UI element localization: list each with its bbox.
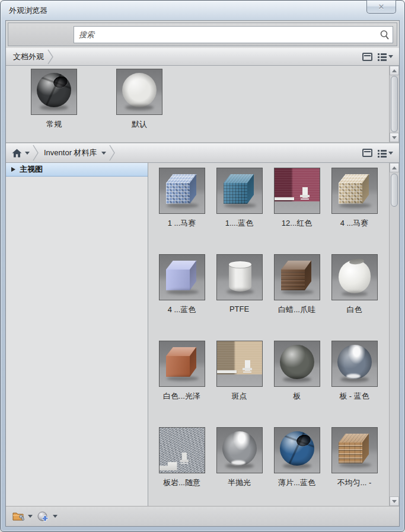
- search-input[interactable]: [74, 27, 393, 43]
- doc-panel-scrollbar[interactable]: [389, 66, 399, 142]
- breadcrumb-chevron-icon: [109, 145, 116, 161]
- material-label: 常规: [46, 119, 62, 130]
- material-label: 板 - 蓝色: [339, 391, 369, 402]
- material-tile[interactable]: 4 ...马赛: [328, 168, 381, 229]
- material-tile[interactable]: 4 ...蓝色: [155, 254, 209, 315]
- material-tile[interactable]: 半抛光: [213, 427, 266, 488]
- breadcrumb-chevron-icon: [33, 145, 39, 161]
- arrow-up-icon: [392, 166, 397, 169]
- material-tile[interactable]: 白蜡...爪哇: [270, 254, 324, 315]
- material-label: 1 ...马赛: [168, 218, 196, 229]
- material-tile[interactable]: 1....蓝色: [213, 168, 266, 229]
- material-label: 板: [293, 391, 301, 402]
- document-appearances-panel: 常规 默认: [6, 66, 399, 143]
- expand-arrow-icon[interactable]: [11, 167, 15, 172]
- scroll-down-button[interactable]: [390, 496, 399, 506]
- material-tile[interactable]: 薄片...蓝色: [270, 427, 324, 488]
- tree-item-main-view[interactable]: 主视图: [6, 163, 148, 177]
- material-tile[interactable]: 默认: [113, 69, 166, 130]
- materials-scrollbar[interactable]: [389, 163, 399, 506]
- view-options-button[interactable]: [378, 53, 393, 60]
- material-tile[interactable]: 12...红色: [270, 168, 324, 229]
- material-label: 半抛光: [228, 477, 251, 488]
- material-tile[interactable]: 板 - 蓝色: [328, 341, 381, 402]
- material-label: 12...红色: [282, 218, 312, 229]
- footer-toolbar: [6, 506, 399, 526]
- material-tile[interactable]: 常规: [27, 69, 81, 130]
- window-content: 文档外观 常规 默认: [5, 20, 400, 527]
- arrow-up-icon: [392, 69, 397, 72]
- chevron-down-icon: [388, 55, 393, 58]
- preview-pane-icon[interactable]: [362, 53, 372, 61]
- scroll-thumb[interactable]: [391, 76, 398, 132]
- library-tree-panel: 主视图: [6, 163, 148, 506]
- material-thumbnail: [274, 254, 320, 300]
- chevron-down-icon: [53, 515, 58, 518]
- chevron-down-icon: [28, 515, 33, 518]
- material-label: 板岩...随意: [163, 477, 200, 488]
- material-thumbnail: [159, 254, 205, 300]
- material-tile[interactable]: 不均匀... -: [328, 427, 381, 488]
- material-label: 1....蓝色: [225, 218, 254, 229]
- list-view-icon: [378, 149, 387, 157]
- library-folder-icon: [12, 511, 25, 521]
- material-thumbnail: [216, 341, 263, 387]
- library-main: 主视图 1 ...马赛 1....蓝色 12...红色 4 ...马赛: [6, 163, 399, 506]
- material-tile[interactable]: PTFE: [213, 254, 266, 315]
- scroll-thumb[interactable]: [391, 174, 398, 207]
- scroll-up-button[interactable]: [390, 66, 399, 75]
- material-thumbnail: [331, 427, 378, 473]
- add-appearance-button[interactable]: [36, 510, 59, 523]
- material-tile[interactable]: 白色...光泽: [155, 341, 209, 402]
- search-icon[interactable]: [380, 30, 390, 40]
- material-tile[interactable]: 板: [270, 341, 324, 402]
- material-tile[interactable]: 白色: [328, 254, 381, 315]
- scroll-up-button[interactable]: [390, 163, 399, 172]
- materials-panel: 1 ...马赛 1....蓝色 12...红色 4 ...马赛 4 ...蓝色 …: [148, 163, 399, 506]
- materials-grid: 1 ...马赛 1....蓝色 12...红色 4 ...马赛 4 ...蓝色 …: [148, 163, 399, 488]
- add-material-icon: [37, 511, 50, 522]
- material-thumbnail: [31, 69, 77, 115]
- chevron-down-icon: [388, 152, 393, 155]
- preview-pane-icon[interactable]: [362, 149, 372, 157]
- home-dropdown-button[interactable]: [23, 150, 31, 156]
- arrow-down-icon: [392, 136, 397, 139]
- arrow-down-icon: [392, 500, 397, 503]
- material-label: 不均匀... -: [337, 477, 372, 488]
- material-thumbnail: [274, 168, 320, 214]
- chevron-down-icon: [101, 152, 106, 155]
- material-tile[interactable]: 斑点: [213, 341, 266, 402]
- library-toolbar-actions: [362, 149, 396, 157]
- search-row: [6, 21, 399, 48]
- list-view-icon: [378, 53, 387, 60]
- scroll-down-button[interactable]: [390, 133, 399, 142]
- view-options-button[interactable]: [378, 149, 393, 157]
- library-breadcrumb-label[interactable]: Inventor 材料库: [40, 148, 100, 158]
- material-label: 4 ...马赛: [340, 218, 369, 229]
- material-tile[interactable]: 1 ...马赛: [155, 168, 209, 229]
- library-dropdown-button[interactable]: [100, 150, 108, 156]
- chevron-down-icon: [25, 152, 30, 155]
- search-bar: [8, 23, 397, 46]
- material-thumbnail: [331, 341, 378, 387]
- material-tile[interactable]: 板岩...随意: [155, 427, 209, 488]
- material-thumbnail: [216, 254, 263, 300]
- close-button[interactable]: ✕: [366, 0, 396, 14]
- doc-header-actions: [362, 53, 396, 61]
- material-label: PTFE: [229, 305, 249, 313]
- home-icon: [12, 149, 22, 158]
- material-thumbnail: [331, 168, 378, 214]
- title-bar[interactable]: 外观浏览器 ✕: [5, 1, 400, 20]
- home-button[interactable]: [9, 148, 23, 159]
- scroll-track[interactable]: [390, 75, 399, 133]
- material-label: 白色: [347, 305, 362, 315]
- search-field: [74, 26, 393, 43]
- library-toolbar: Inventor 材料库: [6, 143, 399, 163]
- breadcrumb-chevron-icon: [47, 49, 54, 65]
- document-appearances-tab[interactable]: 文档外观: [9, 52, 46, 62]
- window-title: 外观浏览器: [5, 5, 47, 16]
- scroll-track[interactable]: [390, 172, 399, 496]
- library-manage-button[interactable]: [11, 510, 34, 523]
- material-label: 白色...光泽: [163, 391, 200, 402]
- material-thumbnail: [216, 168, 263, 214]
